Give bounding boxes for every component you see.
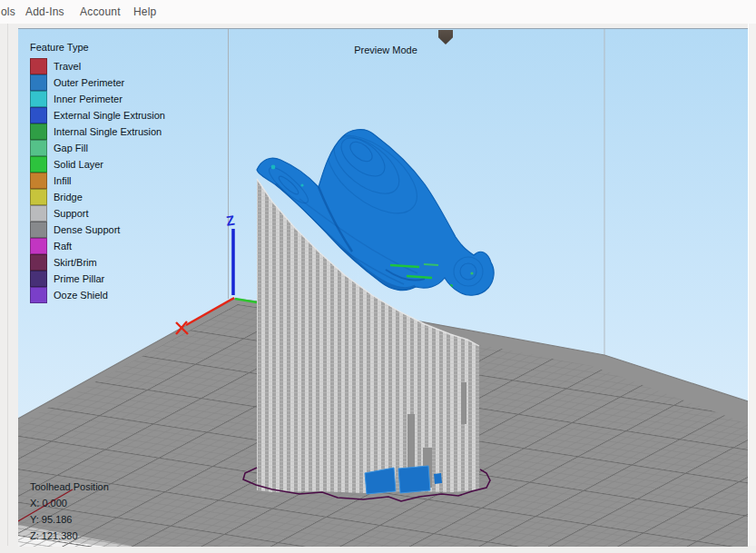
panel-divider	[7, 24, 8, 553]
legend-item-prime-pillar: Prime Pillar	[30, 271, 165, 287]
color-swatch	[30, 254, 47, 271]
color-swatch	[30, 271, 47, 287]
legend-item-internal-single-extrusion: Internal Single Extrusion	[30, 123, 165, 140]
toolhead-title: Toolhead Position	[30, 479, 109, 495]
left-panel-edge	[0, 24, 18, 553]
menu-item-add-ins[interactable]: Add-Ins	[25, 5, 64, 18]
legend-item-dense-support: Dense Support	[30, 222, 165, 238]
toolhead-z-value: Z: 121.380	[30, 528, 109, 544]
legend-item-skirt-brim: Skirt/Brim	[30, 254, 165, 271]
legend-item-gap-fill: Gap Fill	[30, 140, 165, 156]
color-swatch	[30, 238, 47, 254]
legend-item-infill: Infill	[30, 173, 165, 189]
legend-item-outer-perimeter: Outer Perimeter	[30, 74, 165, 91]
feature-type-legend: Feature Type Travel Outer Perimeter Inne…	[30, 42, 165, 303]
color-swatch	[30, 205, 47, 222]
color-swatch	[30, 58, 47, 74]
color-swatch	[30, 156, 47, 173]
toolhead-x-value: X: 0.000	[30, 495, 109, 511]
support-gap	[461, 382, 466, 424]
legend-item-travel: Travel	[30, 58, 165, 74]
color-swatch	[30, 123, 47, 140]
menu-item-tools-partial[interactable]: ols	[1, 5, 15, 18]
color-swatch	[30, 173, 47, 189]
legend-title: Feature Type	[30, 42, 165, 56]
preview-mode-label: Preview Mode	[331, 44, 440, 55]
menu-item-account[interactable]: Account	[80, 5, 121, 18]
bottom-panel-edge	[0, 546, 756, 553]
menu-bar: ols Add-Ins Account Help	[0, 0, 756, 24]
menu-item-help[interactable]: Help	[133, 5, 156, 18]
color-swatch	[30, 140, 47, 156]
right-panel-edge	[748, 24, 756, 553]
color-swatch	[30, 222, 47, 238]
legend-item-ooze-shield: Ooze Shield	[30, 287, 165, 303]
legend-item-support: Support	[30, 205, 165, 222]
color-swatch	[30, 74, 47, 91]
legend-item-bridge: Bridge	[30, 189, 165, 205]
toolhead-y-value: Y: 95.186	[30, 511, 109, 528]
color-swatch	[30, 107, 47, 123]
legend-item-raft: Raft	[30, 238, 165, 254]
legend-item-inner-perimeter: Inner Perimeter	[30, 91, 165, 107]
legend-item-external-single-extrusion: External Single Extrusion	[30, 107, 165, 123]
color-swatch	[30, 287, 47, 303]
legend-item-solid-layer: Solid Layer	[30, 156, 165, 173]
color-swatch	[30, 91, 47, 107]
preview-3d-viewport[interactable]: Z	[18, 28, 748, 547]
color-swatch	[30, 189, 47, 205]
toolhead-position-readout: Toolhead Position X: 0.000 Y: 95.186 Z: …	[30, 479, 109, 544]
